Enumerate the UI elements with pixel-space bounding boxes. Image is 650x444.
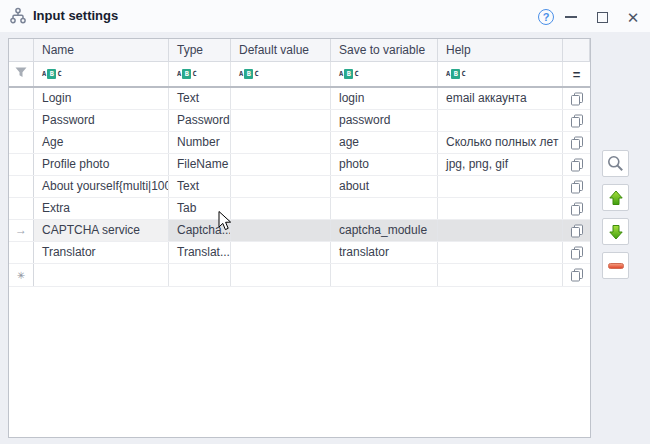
column-header-default[interactable]: Default value (231, 39, 331, 61)
magnifier-icon (606, 154, 625, 173)
remove-button[interactable] (602, 252, 629, 279)
column-header-name[interactable]: Name (34, 39, 169, 61)
copy-icon[interactable] (563, 242, 590, 263)
cell-variable[interactable]: password (331, 110, 438, 131)
cell-variable[interactable]: about (331, 176, 438, 197)
column-header-help[interactable]: Help (438, 39, 563, 61)
cell-type[interactable]: FileName (169, 154, 231, 175)
cell-copy (563, 242, 590, 263)
table-row[interactable]: →CAPTCHA serviceCaptcha...captcha_module (9, 220, 590, 242)
abc-letter: C (461, 70, 465, 78)
column-header-indicator[interactable] (9, 39, 34, 61)
cell-default[interactable] (231, 198, 331, 219)
cell-copy (563, 88, 590, 109)
cell-name[interactable]: CAPTCHA service (34, 220, 169, 241)
cell-default[interactable] (231, 242, 331, 263)
close-button[interactable]: ✕ (623, 7, 643, 27)
cell-variable[interactable]: photo (331, 154, 438, 175)
cell-help[interactable] (438, 242, 563, 263)
new-row[interactable]: ✳ (9, 264, 590, 287)
cell-name[interactable]: About yourself{multi|100} (34, 176, 169, 197)
table-row[interactable]: ExtraTab (9, 198, 590, 220)
filter-cell-type[interactable]: ABC (169, 62, 231, 86)
filter-cell-help[interactable]: ABC (438, 62, 563, 86)
copy-icon[interactable] (563, 88, 590, 109)
cell-type[interactable]: Captcha... (169, 220, 231, 241)
cell-copy (563, 132, 590, 153)
cell-type[interactable]: Text (169, 176, 231, 197)
cell-default[interactable] (231, 176, 331, 197)
copy-icon[interactable] (563, 176, 590, 197)
filter-cell-name[interactable]: ABC (34, 62, 169, 86)
table-row[interactable]: PasswordPasswordpassword (9, 110, 590, 132)
copy-icon[interactable] (563, 198, 590, 219)
cell-default[interactable] (231, 220, 331, 241)
table-row[interactable]: About yourself{multi|100}Textabout (9, 176, 590, 198)
filter-cell-indicator[interactable] (9, 62, 34, 86)
maximize-button[interactable] (592, 7, 612, 27)
table-header-row: NameTypeDefault valueSave to variableHel… (9, 39, 590, 62)
copy-icon[interactable] (563, 154, 590, 175)
cell-indicator: → (9, 220, 34, 241)
cell-help[interactable] (438, 220, 563, 241)
cell-default[interactable] (231, 132, 331, 153)
cell-name[interactable]: Extra (34, 198, 169, 219)
cell-type[interactable]: Translat... (169, 242, 231, 263)
cell-help[interactable]: email аккаунта (438, 88, 563, 109)
cell-variable[interactable]: age (331, 132, 438, 153)
cell-help[interactable] (438, 110, 563, 131)
cell-help[interactable] (438, 198, 563, 219)
column-header-type[interactable]: Type (169, 39, 231, 61)
cell-help[interactable]: Сколько полных лет (438, 132, 563, 153)
help-button[interactable]: ? (536, 7, 556, 27)
table-row[interactable]: TranslatorTranslat...translator (9, 242, 590, 264)
cell-name[interactable]: Profile photo (34, 154, 169, 175)
cell-variable[interactable] (331, 198, 438, 219)
cell-type[interactable]: Password (169, 110, 231, 131)
cell-name[interactable]: Login (34, 88, 169, 109)
cell-name[interactable]: Password (34, 110, 169, 131)
abc-letter: A (177, 70, 181, 78)
copy-icon[interactable] (563, 132, 590, 153)
move-up-button[interactable] (602, 184, 629, 211)
cell-indicator (9, 88, 34, 109)
table-row[interactable]: LoginTextloginemail аккаунта (9, 88, 590, 110)
copy-icon[interactable] (563, 220, 590, 241)
new-row-cell-name[interactable] (34, 264, 169, 286)
abc-letter: B (47, 69, 56, 79)
filter-row: ABCABCABCABCABC= (9, 62, 590, 88)
column-header-copy[interactable] (563, 39, 590, 61)
cell-help[interactable] (438, 176, 563, 197)
table-row[interactable]: AgeNumberageСколько полных лет (9, 132, 590, 154)
table-row[interactable]: Profile photoFileNamephotojpg, png, gif (9, 154, 590, 176)
cell-type[interactable]: Number (169, 132, 231, 153)
filter-cell-copy[interactable]: = (563, 62, 590, 86)
abc-letter: A (339, 70, 343, 78)
minimize-button[interactable] (561, 7, 581, 27)
new-row-cell-default[interactable] (231, 264, 331, 286)
copy-icon[interactable] (563, 110, 590, 131)
cell-default[interactable] (231, 154, 331, 175)
new-row-cell-variable[interactable] (331, 264, 438, 286)
cell-type[interactable]: Text (169, 88, 231, 109)
abc-filter-icon: ABC (339, 69, 359, 79)
cell-name[interactable]: Age (34, 132, 169, 153)
cell-help[interactable]: jpg, png, gif (438, 154, 563, 175)
copy-icon[interactable] (563, 264, 590, 286)
search-button[interactable] (602, 150, 629, 177)
new-row-cell-type[interactable] (169, 264, 231, 286)
cell-variable[interactable]: translator (331, 242, 438, 263)
cell-name[interactable]: Translator (34, 242, 169, 263)
cell-variable[interactable]: login (331, 88, 438, 109)
cell-default[interactable] (231, 88, 331, 109)
filter-cell-variable[interactable]: ABC (331, 62, 438, 86)
cell-default[interactable] (231, 110, 331, 131)
column-header-variable[interactable]: Save to variable (331, 39, 438, 61)
filter-cell-default[interactable]: ABC (231, 62, 331, 86)
new-row-cell-help[interactable] (438, 264, 563, 286)
cell-type[interactable]: Tab (169, 198, 231, 219)
help-icon: ? (538, 9, 554, 25)
funnel-icon (9, 67, 33, 81)
cell-variable[interactable]: captcha_module (331, 220, 438, 241)
move-down-button[interactable] (602, 218, 629, 245)
